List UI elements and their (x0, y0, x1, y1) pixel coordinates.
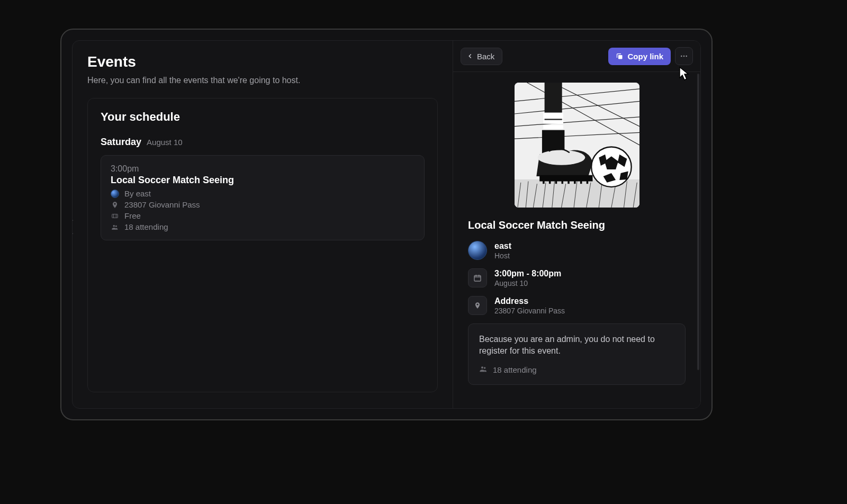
svg-point-49 (484, 367, 485, 368)
location-pin-icon (111, 201, 119, 209)
svg-rect-3 (618, 55, 623, 59)
app-frame: ❲ Events Here, you can find all the even… (60, 29, 713, 420)
address-label: Address (494, 296, 565, 306)
detail-attending-row: 18 attending (479, 365, 674, 375)
detail-where-row: Address 23807 Giovanni Pass (468, 296, 686, 315)
detail-attending-text: 18 attending (493, 365, 537, 374)
svg-point-32 (537, 150, 585, 165)
more-options-button[interactable] (675, 47, 693, 65)
ticket-icon (111, 212, 119, 220)
svg-rect-38 (574, 180, 576, 184)
detail-panel: Back Copy link (453, 41, 700, 408)
detail-body: Local Soccer Match Seeing east Host 3:00… (453, 72, 700, 400)
address-value: 23807 Giovanni Pass (494, 307, 565, 315)
svg-rect-0 (112, 214, 118, 218)
svg-rect-47 (474, 275, 481, 281)
left-column: ❲ Events Here, you can find all the even… (73, 41, 453, 408)
event-price-text: Free (124, 211, 141, 220)
schedule-heading: Your schedule (101, 110, 425, 124)
svg-rect-28 (543, 113, 563, 119)
detail-when-row: 3:00pm - 8:00pm August 10 (468, 268, 686, 287)
event-date: August 10 (494, 279, 561, 287)
event-card[interactable]: 3:00pm Local Soccer Match Seeing By east… (101, 155, 425, 240)
event-attending-row: 18 attending (111, 222, 415, 231)
location-icon (468, 296, 487, 315)
copy-link-label: Copy link (627, 52, 663, 61)
people-icon (479, 365, 488, 375)
host-avatar[interactable] (468, 241, 487, 260)
svg-rect-40 (586, 180, 588, 184)
svg-point-1 (113, 224, 115, 227)
svg-rect-39 (580, 180, 582, 184)
svg-rect-36 (561, 180, 563, 184)
people-icon (111, 223, 119, 231)
detail-event-title: Local Soccer Match Seeing (468, 219, 686, 231)
copy-icon (616, 52, 624, 60)
svg-point-4 (681, 56, 682, 57)
event-price-row: Free (111, 211, 415, 220)
svg-point-2 (115, 225, 117, 227)
detail-host-row: east Host (468, 241, 686, 260)
collapse-handle[interactable]: ❲ (72, 217, 77, 235)
event-hero-image (515, 83, 639, 208)
calendar-icon (468, 268, 487, 287)
svg-point-5 (683, 56, 684, 57)
back-label: Back (477, 52, 494, 61)
schedule-panel: Your schedule Saturday August 10 3:00pm … (87, 98, 438, 392)
ellipsis-icon (680, 52, 688, 60)
day-date: August 10 (147, 138, 183, 147)
host-avatar-small (111, 190, 119, 198)
admin-notice-text: Because you are an admin, you do not nee… (479, 334, 674, 357)
page-title: Events (87, 53, 438, 70)
event-name: Local Soccer Match Seeing (111, 175, 415, 186)
host-name: east (494, 241, 511, 251)
svg-rect-33 (543, 180, 545, 184)
svg-rect-34 (548, 180, 551, 184)
detail-header: Back Copy link (453, 41, 700, 72)
host-role: Host (494, 251, 511, 260)
back-button[interactable]: Back (461, 48, 502, 65)
app-inner: ❲ Events Here, you can find all the even… (72, 40, 701, 409)
svg-rect-29 (543, 120, 563, 124)
event-location-row: 23807 Giovanni Pass (111, 200, 415, 209)
chevron-left-icon (466, 52, 474, 60)
event-attending-text: 18 attending (124, 222, 168, 231)
copy-link-button[interactable]: Copy link (608, 48, 671, 65)
time-range: 3:00pm - 8:00pm (494, 269, 561, 278)
event-location-text: 23807 Giovanni Pass (124, 200, 200, 209)
svg-point-6 (686, 56, 687, 57)
event-time: 3:00pm (111, 164, 415, 174)
day-name: Saturday (101, 137, 141, 148)
admin-notice-box: Because you are an admin, you do not nee… (468, 323, 686, 385)
svg-rect-35 (555, 180, 557, 184)
scrollbar[interactable] (697, 74, 699, 370)
svg-rect-37 (567, 180, 570, 184)
event-host-row: By east (111, 189, 415, 198)
day-header: Saturday August 10 (101, 137, 425, 148)
page-subtitle: Here, you can find all the events that w… (87, 76, 438, 85)
event-host-text: By east (124, 189, 151, 198)
svg-rect-30 (543, 125, 563, 129)
svg-point-48 (481, 366, 483, 368)
